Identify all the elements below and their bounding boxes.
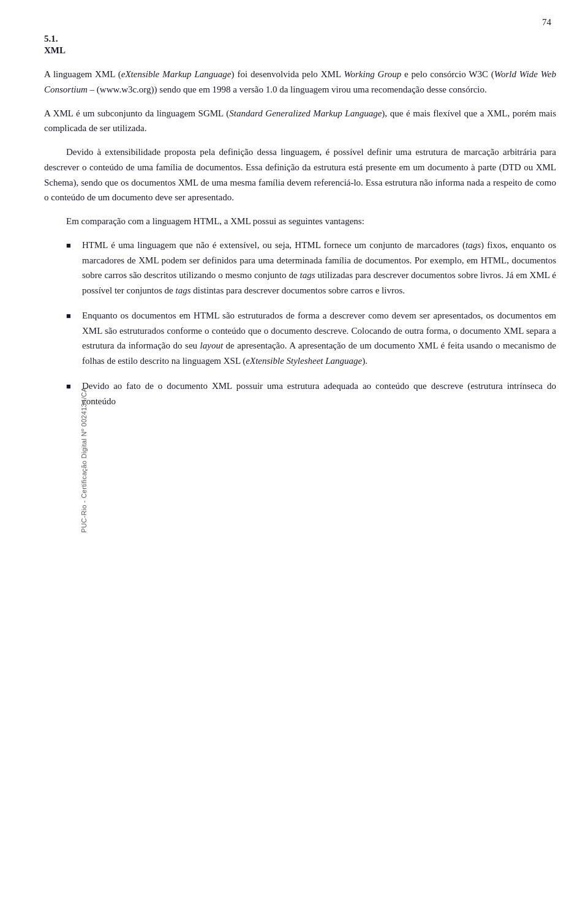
paragraph-4: Em comparação com a linguagem HTML, a XM… [44, 214, 556, 229]
bullet-list: ■ HTML é uma linguagem que não é extensí… [66, 238, 556, 409]
bullet-item-2: ■ Enquanto os documentos em HTML são est… [66, 308, 556, 369]
bullet-symbol-2: ■ [66, 309, 77, 322]
bullet-item-3: ■ Devido ao fato de o documento XML poss… [66, 379, 556, 409]
bullet-item-1: ■ HTML é uma linguagem que não é extensí… [66, 238, 556, 298]
section-title: XML [44, 45, 556, 56]
paragraph-3: Devido à extensibilidade proposta pela d… [44, 145, 556, 205]
page-number: 74 [542, 17, 551, 28]
bullet-symbol-1: ■ [66, 239, 77, 252]
main-content: 5.1. XML A linguagem XML (eXtensible Mar… [44, 0, 556, 443]
paragraph-2: A XML é um subconjunto da linguagem SGML… [44, 106, 556, 137]
bullet-text-2: Enquanto os documentos em HTML são estru… [82, 308, 556, 369]
bullet-symbol-3: ■ [66, 380, 77, 393]
link-w3c[interactable]: www.w3c.org [100, 85, 151, 94]
paragraph-1: A linguagem XML (eXtensible Markup Langu… [44, 67, 556, 97]
bullet-text-1: HTML é uma linguagem que não é extensíve… [82, 238, 556, 298]
side-label: PUC-Rio - Certificação Digital Nº 002413… [80, 387, 88, 532]
bullet-text-3: Devido ao fato de o documento XML possui… [82, 379, 556, 409]
section-number: 5.1. [44, 34, 556, 44]
page-container: 74 PUC-Rio - Certificação Digital Nº 002… [0, 0, 588, 920]
